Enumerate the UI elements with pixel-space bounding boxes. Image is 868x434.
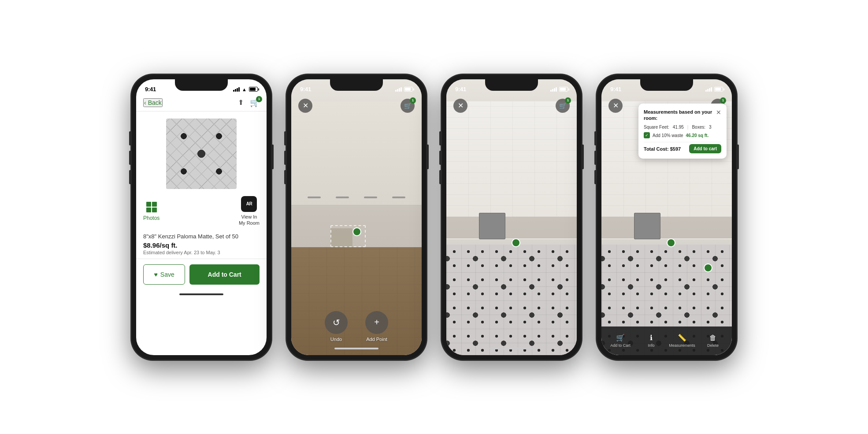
status-bar-2: 9:41 [291, 79, 422, 96]
phone-4-screen: 9:41 [601, 79, 732, 355]
tab-info[interactable]: ℹ Info [636, 334, 667, 348]
tab-cart-icon: 🛒 [616, 334, 625, 342]
save-button[interactable]: ♥ Save [143, 264, 185, 285]
product-name: 8"x8" Kenzzi Paloma Matte, Set of 50 [143, 233, 260, 240]
cart-icon-ar-3: 🛒 1 [556, 99, 570, 113]
product-price: $8.96/sq ft. [143, 241, 260, 249]
add-to-cart-button[interactable]: Add to Cart [189, 264, 260, 285]
save-label: Save [160, 271, 174, 278]
total-label: Total Cost: [644, 146, 669, 152]
measurement-panel: Measurements based on your room: ✕ Squar… [638, 104, 727, 159]
panel-header: Measurements based on your room: ✕ [644, 109, 721, 122]
back-button[interactable]: ‹ Back [143, 98, 163, 107]
cart-badge: 1 [256, 96, 262, 102]
cart-badge-ar-3[interactable]: 🛒 1 [556, 99, 570, 113]
sq-ft-value: 41.95 [673, 125, 684, 130]
tile-floor-3 [446, 245, 577, 355]
undo-icon: ↺ [325, 311, 348, 334]
tab-ruler-icon: 📏 [678, 334, 686, 342]
photos-label: Photos [143, 215, 160, 221]
share-icon[interactable]: ⬆ [238, 98, 244, 107]
boxes-value: 3 [709, 125, 712, 130]
status-bar-3: 9:41 [446, 79, 577, 96]
tab-cart-label: Add to Cart [610, 343, 631, 348]
ar-badge-text: AR [246, 201, 252, 206]
waste-checkbox[interactable]: ✓ [644, 132, 650, 138]
add-point-icon: + [365, 311, 388, 334]
panel-add-to-cart-button[interactable]: Add to cart [689, 144, 721, 153]
battery-icon-3 [559, 87, 568, 92]
phone-2-screen: 9:41 [291, 79, 422, 355]
ar-bottom-controls-2: ↺ Undo + Add Point [291, 311, 422, 342]
home-indicator-2 [291, 344, 422, 353]
time-4: 9:41 [610, 86, 621, 93]
phone-3: 9:41 [441, 74, 582, 360]
undo-label: Undo [330, 337, 342, 342]
kitchen-cabinets-2 [291, 101, 422, 206]
phone-1-screen: 9:41 ▲ ‹ Back [136, 79, 267, 355]
signal-icon-1 [233, 87, 240, 92]
ar-badge: AR [241, 196, 257, 212]
ar-view-button[interactable]: AR View InMy Room [239, 196, 260, 226]
phones-container: 9:41 ▲ ‹ Back [122, 65, 746, 369]
ar-screen-2: 9:41 [291, 79, 422, 355]
total-cost: Total Cost: $597 [644, 146, 681, 152]
home-indicator-1 [136, 290, 267, 299]
tab-measurements[interactable]: 📏 Measurements [667, 334, 697, 348]
ar-close-button-3[interactable]: ✕ [453, 99, 467, 113]
kitchen-background-3 [446, 79, 577, 355]
ar-tab-bar-4: 🛒 Add to Cart ℹ Info 📏 Measurements 🗑 De… [601, 326, 732, 355]
home-indicator-3 [446, 344, 577, 353]
back-chevron-icon: ‹ [144, 99, 146, 106]
add-point-button[interactable]: + Add Point [365, 311, 388, 342]
cart-count-2: 1 [410, 97, 416, 104]
wifi-icon-1: ▲ [242, 87, 247, 92]
battery-icon-4 [714, 87, 723, 92]
tab-add-to-cart[interactable]: 🛒 Add to Cart [605, 334, 636, 348]
cart-badge-ar-2[interactable]: 🛒 1 [401, 99, 415, 113]
product-actions: ♥ Save Add to Cart [136, 259, 267, 290]
status-icons-4 [705, 87, 723, 92]
panel-total-row: Total Cost: $597 Add to cart [644, 142, 721, 153]
battery-icon-2 [404, 87, 413, 92]
svg-rect-3 [152, 208, 157, 212]
photos-icon [145, 201, 158, 213]
notch-1 [175, 79, 228, 91]
panel-close-button[interactable]: ✕ [716, 109, 721, 116]
nav-actions-1: ⬆ 🛒 1 [238, 98, 260, 108]
ar-close-button-2[interactable]: ✕ [298, 99, 312, 113]
oven-3 [479, 213, 505, 239]
status-icons-2 [395, 87, 413, 92]
tab-trash-icon: 🗑 [709, 334, 716, 342]
svg-rect-0 [146, 202, 151, 207]
signal-icon-3 [550, 87, 557, 92]
view-options: Photos AR View InMy Room [136, 196, 267, 226]
time-3: 9:41 [455, 86, 466, 93]
battery-icon-1 [249, 87, 258, 92]
waste-check-row: ✓ Add 10% waste 46.20 sq ft. [644, 132, 721, 138]
undo-button[interactable]: ↺ Undo [325, 311, 348, 342]
back-label: Back [148, 99, 162, 106]
svg-rect-1 [152, 202, 157, 207]
time-1: 9:41 [145, 86, 156, 93]
total-value: $597 [670, 146, 681, 152]
panel-metrics-row: Square Feet: 41.95 | Boxes: 3 [644, 125, 721, 130]
cart-icon-ar-2: 🛒 1 [401, 99, 415, 113]
photos-button[interactable]: Photos [143, 201, 160, 221]
ar-close-button-4[interactable]: ✕ [608, 99, 623, 113]
panel-title: Measurements based on your room: [644, 109, 712, 122]
tile-pattern [166, 119, 237, 189]
phone-1: 9:41 ▲ ‹ Back [131, 74, 272, 360]
oven-4 [634, 213, 660, 239]
sq-ft-label: Square Feet: [644, 125, 669, 130]
product-image-area [136, 111, 267, 196]
waste-value: 46.20 sq ft. [686, 133, 709, 138]
tab-delete[interactable]: 🗑 Delete [697, 334, 728, 348]
signal-icon-2 [395, 87, 402, 92]
signal-icon-4 [705, 87, 712, 92]
heart-icon: ♥ [154, 271, 158, 278]
status-icons-1: ▲ [233, 87, 258, 92]
cart-count-4: 1 [720, 97, 726, 104]
cart-icon[interactable]: 🛒 1 [250, 98, 260, 108]
status-icons-3 [550, 87, 568, 92]
